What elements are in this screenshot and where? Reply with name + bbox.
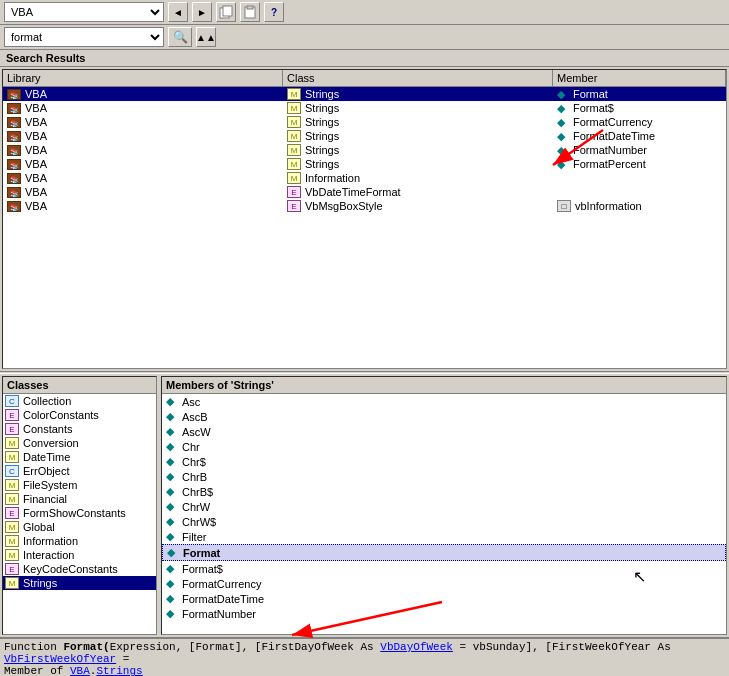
vbfirstweekofyear-link[interactable]: VbFirstWeekOfYear xyxy=(4,653,116,665)
classes-panel: Classes C Collection E ColorConstants E … xyxy=(2,376,157,635)
result-row[interactable]: 📚 VBA M Strings ◆ FormatDateTime xyxy=(3,129,726,143)
library-book-icon: 📚 xyxy=(7,103,21,114)
vbdayofweek-link[interactable]: VbDayOfWeek xyxy=(380,641,453,653)
module-icon: M xyxy=(5,437,19,449)
method-icon: ◆ xyxy=(166,530,180,543)
toolbar-row2: format 🔍 ▲▲ xyxy=(0,25,729,50)
class-item-constants[interactable]: E Constants xyxy=(3,422,156,436)
enum-icon: E xyxy=(5,409,19,421)
strings-link[interactable]: Strings xyxy=(96,665,142,676)
member-item-formats[interactable]: ◆ Format$ xyxy=(162,561,726,576)
member-item-chrw[interactable]: ◆ ChrW xyxy=(162,499,726,514)
method-icon: ◆ xyxy=(557,88,569,100)
library-book-icon: 📚 xyxy=(7,201,21,212)
class-item-collection[interactable]: C Collection xyxy=(3,394,156,408)
result-row[interactable]: 📚 VBA E VbDateTimeFormat xyxy=(3,185,726,199)
member-item-asc[interactable]: ◆ Asc xyxy=(162,394,726,409)
classes-header: Classes xyxy=(3,377,156,394)
class-module-icon: M xyxy=(287,130,301,142)
class-item-strings[interactable]: M Strings xyxy=(3,576,156,590)
class-module-icon: M xyxy=(287,172,301,184)
method-icon: ◆ xyxy=(166,577,180,590)
class-item-formshowconstants[interactable]: E FormShowConstants xyxy=(3,506,156,520)
class-item-information[interactable]: M Information xyxy=(3,534,156,548)
member-item-formatcurrency[interactable]: ◆ FormatCurrency xyxy=(162,576,726,591)
method-icon: ◆ xyxy=(557,130,569,142)
result-row[interactable]: 📚 VBA M Strings ◆ FormatCurrency xyxy=(3,115,726,129)
member-item-chrs[interactable]: ◆ Chr$ xyxy=(162,454,726,469)
method-icon: ◆ xyxy=(166,455,180,468)
results-list: 📚 VBA M Strings ◆ Format 📚 VBA xyxy=(3,87,726,213)
method-icon: ◆ xyxy=(166,592,180,605)
class-item-errobject[interactable]: C ErrObject xyxy=(3,464,156,478)
search-results-label: Search Results xyxy=(0,50,729,67)
results-panel: Library Class Member 📚 VBA M Strings ◆ F… xyxy=(2,69,727,369)
module-icon: M xyxy=(5,479,19,491)
members-list[interactable]: ◆ Asc ◆ AscB ◆ AscW ◆ Chr ◆ Chr$ xyxy=(162,394,726,634)
class-item-filesystem[interactable]: M FileSystem xyxy=(3,478,156,492)
class-header: Class xyxy=(283,70,553,86)
paste-btn[interactable] xyxy=(240,2,260,22)
bottom-panel: Classes C Collection E ColorConstants E … xyxy=(0,374,729,637)
result-row[interactable]: 📚 VBA M Strings ◆ FormatPercent xyxy=(3,157,726,171)
class-item-colorconstants[interactable]: E ColorConstants xyxy=(3,408,156,422)
method-icon: ◆ xyxy=(166,607,180,620)
class-item-global[interactable]: M Global xyxy=(3,520,156,534)
library-book-icon: 📚 xyxy=(7,117,21,128)
property-icon: □ xyxy=(557,200,571,212)
member-item-formatnumber[interactable]: ◆ FormatNumber xyxy=(162,606,726,621)
class-item-datetime[interactable]: M DateTime xyxy=(3,450,156,464)
member-item-format[interactable]: ◆ Format xyxy=(162,544,726,561)
result-row[interactable]: 📚 VBA E VbMsgBoxStyle □ vbInformation xyxy=(3,199,726,213)
search-input-select[interactable]: format xyxy=(4,27,164,47)
member-item-ascw[interactable]: ◆ AscW xyxy=(162,424,726,439)
member-item-filter[interactable]: ◆ Filter xyxy=(162,529,726,544)
member-item-chrbs[interactable]: ◆ ChrB$ xyxy=(162,484,726,499)
result-row[interactable]: 📚 VBA M Strings ◆ Format xyxy=(3,87,726,101)
vba-link[interactable]: VBA xyxy=(70,665,90,676)
enum-icon: E xyxy=(5,507,19,519)
back-btn[interactable]: ◄ xyxy=(168,2,188,22)
forward-btn[interactable]: ► xyxy=(192,2,212,22)
method-icon: ◆ xyxy=(166,440,180,453)
status-line1: Function Format(Expression, [Format], [F… xyxy=(4,641,725,665)
result-row[interactable]: 📚 VBA M Strings ◆ FormatNumber xyxy=(3,143,726,157)
member-item-chrws[interactable]: ◆ ChrW$ xyxy=(162,514,726,529)
member-item-chrb[interactable]: ◆ ChrB xyxy=(162,469,726,484)
member-item-ascb[interactable]: ◆ AscB xyxy=(162,409,726,424)
member-item-chr[interactable]: ◆ Chr xyxy=(162,439,726,454)
method-icon: ◆ xyxy=(167,546,181,559)
copy-btn[interactable] xyxy=(216,2,236,22)
method-icon: ◆ xyxy=(166,395,180,408)
result-row[interactable]: 📚 VBA M Information xyxy=(3,171,726,185)
search-btn[interactable]: 🔍 xyxy=(168,27,192,47)
module-icon: M xyxy=(5,535,19,547)
class-enum-icon: E xyxy=(287,200,301,212)
library-book-icon: 📚 xyxy=(7,159,21,170)
collapse-btn[interactable]: ▲▲ xyxy=(196,27,216,47)
class-item-interaction[interactable]: M Interaction xyxy=(3,548,156,562)
help-btn[interactable]: ? xyxy=(264,2,284,22)
result-row[interactable]: 📚 VBA M Strings ◆ Format$ xyxy=(3,101,726,115)
main-window: VBA ◄ ► ? format 🔍 ▲▲ Search Results Lib… xyxy=(0,0,729,676)
members-header: Members of 'Strings' xyxy=(162,377,726,394)
classes-list[interactable]: C Collection E ColorConstants E Constant… xyxy=(3,394,156,634)
module-icon: M xyxy=(5,451,19,463)
method-icon: ◆ xyxy=(557,102,569,114)
class-module-icon: M xyxy=(287,116,301,128)
method-icon: ◆ xyxy=(557,116,569,128)
member-header: Member xyxy=(553,70,726,86)
method-icon: ◆ xyxy=(166,425,180,438)
library-select[interactable]: VBA xyxy=(4,2,164,22)
class-module-icon: M xyxy=(287,158,301,170)
member-item-formatdatetime[interactable]: ◆ FormatDateTime xyxy=(162,591,726,606)
class-item-keycodeconstants[interactable]: E KeyCodeConstants xyxy=(3,562,156,576)
library-book-icon: 📚 xyxy=(7,173,21,184)
class-item-conversion[interactable]: M Conversion xyxy=(3,436,156,450)
method-icon: ◆ xyxy=(166,515,180,528)
library-book-icon: 📚 xyxy=(7,187,21,198)
class-item-financial[interactable]: M Financial xyxy=(3,492,156,506)
svg-rect-3 xyxy=(247,6,253,9)
members-panel: Members of 'Strings' ◆ Asc ◆ AscB ◆ AscW… xyxy=(161,376,727,635)
enum-icon: E xyxy=(5,563,19,575)
